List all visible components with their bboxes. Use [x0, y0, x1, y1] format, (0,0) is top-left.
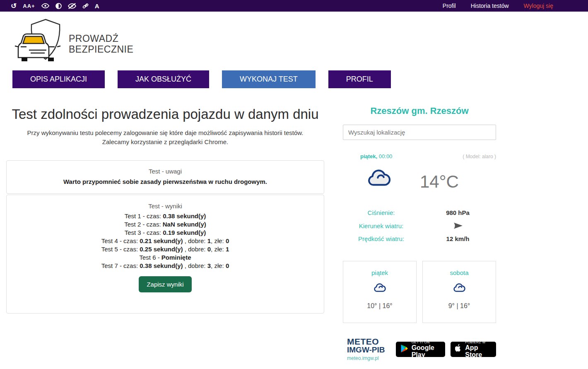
meteo-imgw-brand: METEO IMGW-PIB meteo.imgw.pl — [347, 337, 390, 361]
detail-row-pressure: Ciśnienie: 980 hPa — [343, 209, 496, 216]
test-result-row: Test 3 - czas: 0.19 sekund(y) — [11, 229, 320, 237]
topbar-link-wyloguj-sie[interactable]: Wyloguj się — [524, 2, 553, 9]
link-icon[interactable] — [82, 3, 89, 9]
save-results-button[interactable]: Zapisz wyniki — [139, 276, 191, 292]
app-store-badge[interactable]: Pobierz w App Store — [451, 342, 496, 357]
weather-model-label: ( Model: alaro ) — [463, 154, 496, 159]
intro-text: Przy wykonywaniu testu polecemy zalogowa… — [6, 128, 324, 147]
wind-speed-value: 12 km/h — [419, 235, 496, 242]
apple-icon — [455, 344, 462, 354]
weather-date-row: piątek, 00:00 ( Model: alaro ) — [343, 153, 496, 159]
wind-speed-label: Prędkość wiatru: — [343, 235, 419, 242]
current-temperature: 14°C — [420, 172, 459, 192]
test-result-row: Test 5 - czas: 0.25 sekund(y) , dobre: 0… — [11, 245, 320, 253]
location-search-input[interactable] — [343, 125, 496, 140]
weather-day-time: piątek, 00:00 — [360, 153, 392, 159]
weather-forecast: piątek 10° | 16° sobota 9° | 1 — [343, 261, 496, 323]
contrast-icon[interactable] — [55, 3, 62, 9]
test-result-row: Test 7 - czas: 0.38 sekund(y) , dobre: 3… — [11, 262, 320, 270]
eye-icon[interactable] — [41, 3, 49, 9]
test-notes-text: Warto przypomnieć sobie zasady pierwszeń… — [11, 178, 320, 185]
test-column: Test zdolności prowadzenia pojazdu w dan… — [6, 101, 324, 314]
test-notes-card: Test - uwagi Warto przypomnieć sobie zas… — [6, 160, 324, 194]
eye-off-icon[interactable] — [68, 3, 76, 9]
detail-row-wind-direction: Kierunek wiatru: — [343, 222, 496, 230]
google-play-tagline: GET IT ON — [412, 340, 441, 344]
weather-location-title: Rzeszów gm. Rzeszów — [343, 106, 496, 116]
test-notes-heading: Test - uwagi — [11, 168, 320, 175]
cloud-icon — [367, 169, 391, 189]
wind-direction-arrow-icon — [419, 222, 496, 230]
weather-time: 00:00 — [379, 153, 393, 159]
app-logo-text: PROWADŹ BEZPIECZNIE — [69, 33, 133, 55]
test-results-heading: Test - wyniki — [11, 203, 320, 210]
app-store-label: App Store — [465, 344, 492, 358]
test-results-card: Test - wyniki Test 1 - czas: 0.38 sekund… — [6, 195, 324, 314]
current-weather: 14°C — [343, 167, 496, 192]
weather-footer: METEO IMGW-PIB meteo.imgw.pl GET IT ON G… — [343, 337, 496, 361]
test-results-rows: Test 1 - czas: 0.38 sekund(y)Test 2 - cz… — [11, 212, 320, 270]
accessibility-icons: ↺ AA+ A — [11, 2, 99, 10]
cloud-icon — [374, 283, 386, 294]
app-logo[interactable]: PROWADŹ BEZPIECZNIE — [12, 17, 588, 66]
page-title: Test zdolności prowadzenia pojazdu w dan… — [11, 106, 320, 123]
intro-line-1: Przy wykonywaniu testu polecemy zalogowa… — [6, 128, 324, 137]
font-icon[interactable]: A — [95, 3, 99, 9]
forecast-temps: 10° | 16° — [367, 302, 392, 310]
google-play-badge[interactable]: GET IT ON Google Play — [396, 342, 446, 357]
nav-jak-obsluzyc[interactable]: JAK OBSŁUŻYĆ — [118, 70, 209, 88]
test-result-row: Test 2 - czas: NaN sekund(y) — [11, 220, 320, 229]
google-play-icon — [400, 344, 408, 355]
topbar-link-historia-testow[interactable]: Historia testów — [471, 2, 509, 9]
cloud-icon — [453, 283, 465, 294]
forecast-temps: 9° | 16° — [448, 302, 470, 310]
test-result-row: Test 1 - czas: 0.38 sekund(y) — [11, 212, 320, 220]
intro-line-2: Zalecamy korzystanie z przeglądarki Chro… — [6, 137, 324, 147]
meteo-website-link[interactable]: meteo.imgw.pl — [347, 355, 390, 361]
nav-wykonaj-test[interactable]: WYKONAJ TEST — [222, 70, 316, 88]
app-store-tagline: Pobierz w — [465, 340, 492, 344]
test-result-row: Test 4 - czas: 0.21 sekund(y) , dobre: 1… — [11, 237, 320, 245]
logo-line-1: PROWADŹ — [69, 33, 133, 44]
wind-direction-label: Kierunek wiatru: — [343, 222, 419, 229]
detail-row-wind-speed: Prędkość wiatru: 12 km/h — [343, 235, 496, 242]
main-content: Test zdolności prowadzenia pojazdu w dan… — [0, 101, 588, 361]
undo-icon[interactable]: ↺ — [11, 2, 17, 10]
weather-day-label: piątek, — [360, 153, 377, 159]
weather-widget: Rzeszów gm. Rzeszów piątek, 00:00 ( Mode… — [343, 101, 496, 361]
meteo-brand-line-1: METEO — [347, 337, 390, 346]
nav-opis-aplikacji[interactable]: OPIS APLIKACJI — [12, 70, 105, 88]
forecast-card-saturday: sobota 9° | 16° — [422, 261, 496, 323]
pressure-value: 980 hPa — [419, 209, 496, 216]
nav-profil[interactable]: PROFIL — [328, 70, 391, 88]
forecast-card-friday: piątek 10° | 16° — [343, 261, 417, 323]
accessibility-topbar: ↺ AA+ A Profil Historia testów Wyloguj s… — [0, 0, 588, 12]
topbar-links: Profil Historia testów Wyloguj się — [443, 2, 553, 9]
forecast-day-label: piątek — [371, 269, 388, 276]
forecast-day-label: sobota — [450, 269, 468, 276]
meteo-brand-line-2: IMGW-PIB — [347, 346, 390, 354]
test-result-row: Test 6 - Pominięte — [11, 253, 320, 262]
main-nav: OPIS APLIKACJI JAK OBSŁUŻYĆ WYKONAJ TEST… — [12, 70, 588, 88]
logo-line-2: BEZPIECZNIE — [69, 44, 133, 55]
font-size-icon[interactable]: AA+ — [23, 3, 35, 9]
car-shield-logo-icon — [12, 18, 65, 66]
weather-details: Ciśnienie: 980 hPa Kierunek wiatru: Pręd… — [343, 209, 496, 242]
topbar-link-profil[interactable]: Profil — [443, 2, 456, 9]
google-play-label: Google Play — [412, 344, 441, 358]
pressure-label: Ciśnienie: — [343, 209, 419, 216]
